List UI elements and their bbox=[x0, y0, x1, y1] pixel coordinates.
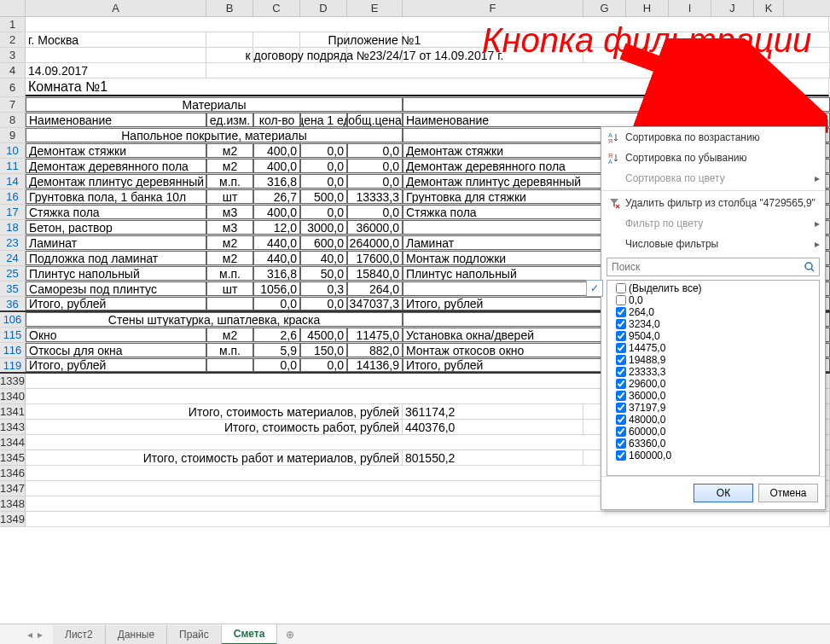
cell-total[interactable]: 14136,9 bbox=[347, 358, 403, 372]
number-filters[interactable]: Числовые фильтры ▸ bbox=[601, 234, 825, 254]
cell-total[interactable]: 264000,0 bbox=[347, 235, 403, 250]
filter-item[interactable]: 60000,0 bbox=[611, 426, 815, 438]
cell-unit[interactable]: м2 bbox=[206, 251, 253, 265]
cell-price[interactable]: 4500,0 bbox=[300, 328, 347, 342]
cell-date[interactable]: 14.09.2017 bbox=[26, 63, 206, 78]
cell-price[interactable]: 0,0 bbox=[300, 205, 347, 219]
sheet-tab-Данные[interactable]: Данные bbox=[106, 625, 167, 644]
col-header-C[interactable]: C bbox=[253, 0, 300, 16]
grand-total-label[interactable]: Итого, стоимость материалов, рублей bbox=[26, 404, 403, 419]
cell-qty[interactable]: 400,0 bbox=[253, 143, 300, 158]
row-header[interactable]: 1339 bbox=[0, 374, 26, 388]
filter-item[interactable]: 160000,0 bbox=[611, 450, 815, 461]
section-header[interactable]: Стены штукатурка, шпатлевка, краска bbox=[26, 312, 403, 327]
sheet-tab-Прайс[interactable]: Прайс bbox=[167, 625, 222, 644]
col-total[interactable]: общ.цена bbox=[347, 113, 403, 127]
grand-total-value[interactable]: 440376,0 bbox=[403, 420, 583, 434]
row-header[interactable]: 3 bbox=[0, 48, 26, 62]
select-all-corner[interactable] bbox=[0, 0, 26, 16]
row-header[interactable]: 6 bbox=[0, 78, 26, 96]
cell-city[interactable]: г. Москва bbox=[26, 32, 206, 47]
cell-total[interactable]: 882,0 bbox=[347, 343, 403, 357]
row-header[interactable]: 1341 bbox=[0, 404, 26, 419]
cell-total[interactable]: 0,0 bbox=[347, 159, 403, 173]
filter-item[interactable]: 37197,9 bbox=[611, 402, 815, 414]
filter-item[interactable]: 9504,0 bbox=[611, 330, 815, 342]
filter-item-checkbox[interactable] bbox=[616, 331, 626, 341]
cell-total[interactable]: 0,0 bbox=[347, 205, 403, 219]
add-sheet-button[interactable]: ⊕ bbox=[277, 629, 303, 641]
select-all-checkbox[interactable] bbox=[616, 283, 626, 293]
filter-item-checkbox[interactable] bbox=[616, 415, 626, 425]
filter-item-checkbox[interactable] bbox=[616, 319, 626, 329]
cell-unit[interactable]: м.п. bbox=[206, 343, 253, 357]
cell-name[interactable]: Подложка под ламинат bbox=[26, 251, 206, 265]
row-header[interactable]: 106 bbox=[0, 312, 26, 327]
cell-unit[interactable]: шт bbox=[206, 281, 253, 296]
cell-unit[interactable]: м.п. bbox=[206, 174, 253, 189]
filter-value-list[interactable]: (Выделить все) 0,0 264,0 3234,0 9504,0 1… bbox=[607, 280, 820, 476]
sheet-tab-Смета[interactable]: Смета bbox=[222, 624, 278, 645]
col-header-E[interactable]: E bbox=[347, 0, 403, 16]
col-header-F[interactable]: F bbox=[403, 0, 583, 16]
col-name[interactable]: Наименование bbox=[26, 113, 206, 127]
filter-item-checkbox[interactable] bbox=[616, 450, 626, 461]
cell-name[interactable]: Ламинат bbox=[26, 235, 206, 250]
cancel-button[interactable]: Отмена bbox=[758, 484, 818, 502]
cell-qty[interactable]: 12,0 bbox=[253, 220, 300, 235]
cell-price[interactable]: 3000,0 bbox=[300, 220, 347, 235]
ok-button[interactable]: ОК bbox=[694, 484, 753, 502]
cell-price[interactable]: 0,0 bbox=[300, 297, 347, 310]
row-header[interactable]: 10 bbox=[0, 143, 26, 158]
filter-item-checkbox[interactable] bbox=[616, 307, 626, 317]
cell-unit[interactable]: м2 bbox=[206, 328, 253, 342]
section-header[interactable]: Напольное покрытие, материалы bbox=[26, 128, 403, 142]
cell-name[interactable]: Демонтаж деревянного пола bbox=[26, 159, 206, 173]
filter-item[interactable]: 0,0 bbox=[611, 294, 815, 306]
row-header[interactable]: 18 bbox=[0, 220, 26, 235]
filter-item[interactable]: 14475,0 bbox=[611, 342, 815, 354]
cell-total[interactable]: 13333,3 bbox=[347, 189, 403, 204]
cell[interactable] bbox=[26, 512, 830, 526]
cell-total[interactable]: 0,0 bbox=[347, 174, 403, 189]
col-header-J[interactable]: J bbox=[711, 0, 754, 16]
sort-ascending[interactable]: AЯ Сортировка по возрастанию bbox=[601, 127, 825, 148]
cell-qty[interactable]: 400,0 bbox=[253, 159, 300, 173]
cell-name[interactable]: Итого, рублей bbox=[26, 358, 206, 372]
row-header[interactable]: 4 bbox=[0, 63, 26, 78]
cell-total[interactable]: 11475,0 bbox=[347, 328, 403, 342]
tab-nav-next[interactable]: ▸ bbox=[36, 629, 44, 641]
row-header[interactable]: 36 bbox=[0, 297, 26, 310]
row-header[interactable]: 14 bbox=[0, 174, 26, 189]
row-header[interactable]: 1344 bbox=[0, 435, 26, 450]
cell-total[interactable]: 17600,0 bbox=[347, 251, 403, 265]
cell-name[interactable]: Бетон, раствор bbox=[26, 220, 206, 235]
cell-name[interactable]: Откосы для окна bbox=[26, 343, 206, 357]
col-header-H[interactable]: H bbox=[626, 0, 669, 16]
filter-search-input[interactable] bbox=[607, 258, 800, 276]
row-header[interactable]: 8 bbox=[0, 113, 26, 127]
tab-nav-prev[interactable]: ◂ bbox=[26, 629, 34, 641]
cell-price[interactable]: 0,0 bbox=[300, 159, 347, 173]
filter-item-checkbox[interactable] bbox=[616, 379, 626, 389]
row-header[interactable]: 7 bbox=[0, 97, 26, 112]
row-header[interactable]: 1347 bbox=[0, 481, 26, 496]
cell-name[interactable]: Демонтаж стяжки bbox=[26, 143, 206, 158]
cell-unit[interactable]: м2 bbox=[206, 159, 253, 173]
filter-item-checkbox[interactable] bbox=[616, 343, 626, 353]
cell-qty[interactable]: 2,6 bbox=[253, 328, 300, 342]
cell-name[interactable]: Плинтус напольный bbox=[26, 266, 206, 281]
row-header[interactable]: 1348 bbox=[0, 496, 26, 511]
col-header-B[interactable]: B bbox=[206, 0, 253, 16]
cell-qty[interactable]: 0,0 bbox=[253, 297, 300, 310]
row-header[interactable]: 23 bbox=[0, 235, 26, 250]
cell-qty[interactable]: 0,0 bbox=[253, 358, 300, 372]
cell-price[interactable]: 0,0 bbox=[300, 358, 347, 372]
cell-qty[interactable]: 440,0 bbox=[253, 251, 300, 265]
cell-qty[interactable]: 440,0 bbox=[253, 235, 300, 250]
cell-price[interactable]: 0,3 bbox=[300, 281, 347, 296]
cell-name[interactable]: Стяжка пола bbox=[26, 205, 206, 219]
cell-unit[interactable]: м3 bbox=[206, 205, 253, 219]
filter-item[interactable]: 264,0 bbox=[611, 306, 815, 318]
col-price[interactable]: цена 1 ед bbox=[300, 113, 347, 127]
